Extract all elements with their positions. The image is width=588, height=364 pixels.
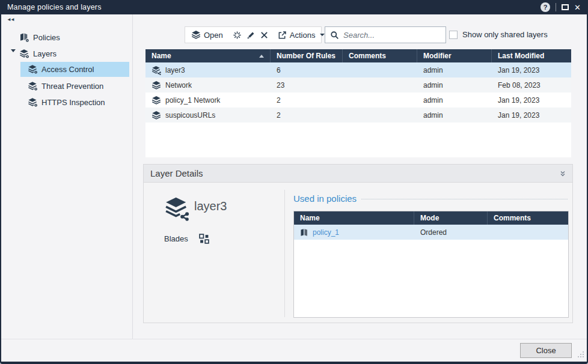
layers-gear-icon bbox=[28, 97, 38, 108]
help-icon[interactable]: ? bbox=[541, 2, 550, 12]
sidebar-item-label: Access Control bbox=[41, 65, 94, 74]
titlebar-separator bbox=[556, 3, 556, 11]
search-input[interactable] bbox=[343, 31, 450, 40]
table-row-suspicousurls[interactable]: suspicousURLs 2 admin Jan 19, 2023 bbox=[145, 108, 571, 123]
layer-name: layer3 bbox=[165, 66, 185, 74]
last-modified-cell: Feb 08, 2023 bbox=[492, 77, 571, 93]
column-header-number-of-rules[interactable]: Number Of Rules bbox=[271, 49, 343, 62]
show-shared-checkbox[interactable] bbox=[449, 31, 458, 39]
close-button[interactable]: Close bbox=[520, 343, 572, 358]
sidebar-item-label: Threat Prevention bbox=[41, 82, 103, 91]
layer-details-title: Layer Details bbox=[150, 168, 203, 178]
collapse-panel-icon[interactable] bbox=[560, 170, 566, 177]
modifier-cell: admin bbox=[417, 62, 492, 77]
new-star-icon bbox=[233, 31, 242, 40]
details-divider bbox=[284, 190, 285, 317]
collapse-sidebar-icon[interactable]: ◄◄ bbox=[7, 17, 14, 22]
delete-layer-button[interactable] bbox=[258, 31, 271, 39]
close-window-button[interactable]: ✕ bbox=[574, 3, 581, 12]
show-shared-layers-control: Show only shared layers bbox=[449, 30, 548, 39]
chevron-expanded-icon[interactable] bbox=[11, 49, 16, 52]
open-button[interactable]: Open bbox=[189, 30, 225, 40]
layer-name: policy_1 Network bbox=[165, 96, 220, 105]
used-in-policies-title: Used in policies bbox=[293, 193, 357, 204]
last-modified-cell: Jan 19, 2023 bbox=[492, 93, 571, 108]
used-table-header: Name Mode Comments bbox=[294, 211, 568, 225]
comments-cell bbox=[488, 225, 568, 240]
modifier-cell: admin bbox=[417, 77, 492, 93]
policies-icon bbox=[19, 32, 29, 43]
footer: Close bbox=[1, 339, 587, 362]
titlebar[interactable]: Manage policies and layers ? ✕ bbox=[0, 0, 588, 14]
search-box[interactable] bbox=[325, 26, 446, 43]
actions-dropdown-button[interactable]: Actions bbox=[275, 31, 328, 40]
layers-gear-icon bbox=[28, 81, 38, 91]
sidebar-item-layers[interactable]: Layers bbox=[19, 47, 57, 60]
policy-package-icon bbox=[300, 228, 308, 237]
sidebar-item-label: Policies bbox=[33, 33, 60, 42]
used-column-name[interactable]: Name bbox=[294, 211, 414, 225]
maximize-icon bbox=[562, 4, 569, 10]
rules-count: 6 bbox=[271, 62, 343, 77]
layer-name: Network bbox=[165, 81, 192, 89]
search-icon bbox=[330, 31, 339, 40]
last-modified-cell: Jan 19, 2023 bbox=[492, 62, 571, 77]
last-modified-cell: Jan 19, 2023 bbox=[492, 108, 571, 123]
sidebar-item-https-inspection[interactable]: HTTPS Inspection bbox=[28, 95, 105, 110]
table-row-layer3[interactable]: layer3 6 admin Jan 19, 2023 bbox=[145, 62, 571, 77]
sidebar-item-threat-prevention[interactable]: Threat Prevention bbox=[28, 79, 103, 94]
edit-layer-button[interactable] bbox=[244, 31, 258, 40]
dotted-rule bbox=[361, 199, 568, 199]
layers-icon bbox=[152, 111, 161, 120]
used-in-policies-section: Used in policies bbox=[293, 193, 568, 204]
used-column-mode[interactable]: Mode bbox=[414, 211, 488, 225]
table-row-network[interactable]: Network 23 admin Feb 08, 2023 bbox=[145, 77, 571, 93]
actions-label: Actions bbox=[290, 31, 316, 40]
table-row-policy1-network[interactable]: policy_1 Network 2 admin Jan 19, 2023 bbox=[145, 93, 571, 108]
sidebar-item-access-control[interactable]: Access Control bbox=[20, 62, 129, 77]
used-table-row-policy1[interactable]: policy_1 Ordered bbox=[294, 225, 568, 240]
layer-details-header: Layer Details bbox=[144, 165, 572, 183]
column-header-comments[interactable]: Comments bbox=[343, 49, 417, 62]
new-layer-button[interactable] bbox=[230, 31, 244, 40]
layers-gear-icon bbox=[28, 64, 38, 74]
layers-icon bbox=[152, 80, 161, 90]
rules-count: 2 bbox=[271, 93, 343, 108]
used-column-comments[interactable]: Comments bbox=[488, 211, 568, 225]
delete-x-icon bbox=[260, 31, 268, 39]
detail-layer-name: layer3 bbox=[194, 199, 227, 213]
resize-grip[interactable] bbox=[577, 350, 584, 360]
show-shared-label: Show only shared layers bbox=[462, 30, 548, 39]
layers-icon bbox=[152, 96, 161, 105]
column-header-name[interactable]: Name bbox=[145, 49, 271, 62]
mode-cell: Ordered bbox=[414, 225, 488, 240]
export-actions-icon bbox=[278, 31, 287, 40]
blades-row: Blades bbox=[164, 234, 209, 244]
blades-label: Blades bbox=[164, 234, 188, 243]
sidebar: ◄◄ Policies bbox=[1, 14, 133, 339]
sidebar-item-policies[interactable]: Policies bbox=[19, 31, 60, 44]
layer-name: suspicousURLs bbox=[165, 111, 215, 120]
layers-table: Name Number Of Rules Comments Modifier L… bbox=[145, 49, 571, 157]
maximize-button[interactable] bbox=[562, 4, 569, 10]
pencil-icon bbox=[247, 31, 256, 40]
comments-cell bbox=[343, 77, 417, 93]
window-title: Manage policies and layers bbox=[7, 3, 102, 11]
column-header-modifier[interactable]: Modifier bbox=[417, 49, 492, 62]
column-header-last-modified[interactable]: Last Modified bbox=[492, 49, 571, 62]
comments-cell bbox=[343, 93, 417, 108]
rules-count: 23 bbox=[271, 77, 343, 93]
layers-gear-icon bbox=[19, 49, 29, 59]
comments-cell bbox=[343, 108, 417, 123]
modifier-cell: admin bbox=[417, 108, 492, 123]
shared-layer-icon bbox=[152, 65, 161, 75]
toolbar: Open bbox=[185, 26, 322, 43]
policy-link[interactable]: policy_1 bbox=[313, 228, 339, 237]
manage-policies-dialog: Manage policies and layers ? ✕ ◄◄ Polici… bbox=[0, 0, 588, 364]
shared-layer-large-icon bbox=[164, 196, 189, 221]
layers-table-header: Name Number Of Rules Comments Modifier L… bbox=[145, 49, 571, 62]
layers-icon bbox=[191, 30, 201, 40]
comments-cell bbox=[343, 62, 417, 77]
blades-grid-icon[interactable] bbox=[199, 234, 209, 244]
used-in-policies-table: Name Mode Comments polic bbox=[293, 211, 569, 318]
